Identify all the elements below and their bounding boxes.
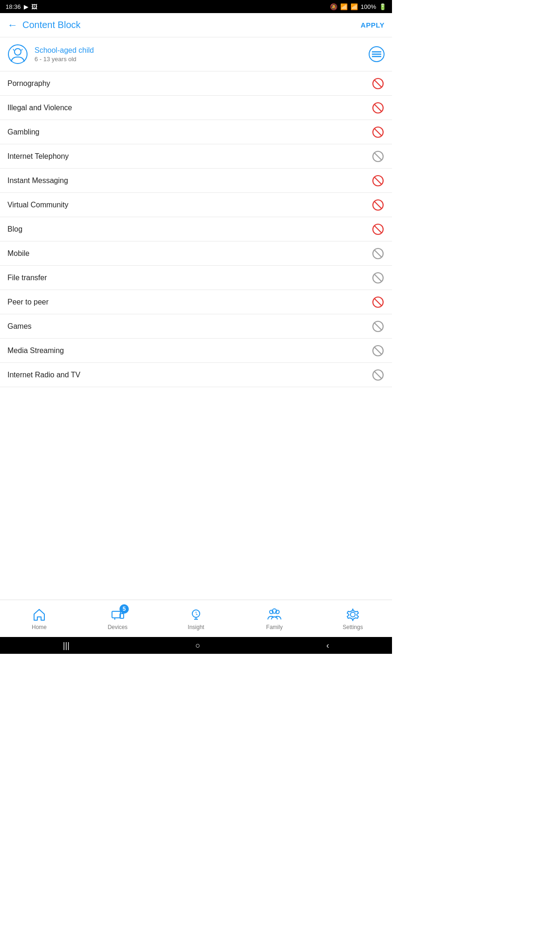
sys-back-button[interactable]: ‹ xyxy=(326,641,329,651)
nav-item-family[interactable]: Family xyxy=(256,607,293,630)
svg-line-16 xyxy=(375,177,382,184)
battery-icon: 🔋 xyxy=(379,3,386,10)
list-item-label: Virtual Community xyxy=(7,201,68,209)
inactive-icon xyxy=(371,271,385,284)
svg-line-14 xyxy=(375,153,382,160)
list-item[interactable]: Internet Telephony xyxy=(0,144,392,169)
nav-label-home: Home xyxy=(32,624,47,630)
list-item[interactable]: Games xyxy=(0,314,392,339)
sys-menu-button[interactable]: ||| xyxy=(63,641,70,651)
list-item[interactable]: Internet Radio and TV xyxy=(0,363,392,387)
list-item[interactable]: Pornography xyxy=(0,71,392,96)
list-item-label: Pornography xyxy=(7,79,50,88)
list-item-label: Illegal and Violence xyxy=(7,104,72,112)
list-item[interactable]: Media Streaming xyxy=(0,339,392,363)
blocked-icon xyxy=(371,223,385,236)
svg-line-8 xyxy=(375,80,382,87)
battery-level: 100% xyxy=(361,3,376,10)
signal-icon: 📶 xyxy=(350,3,358,10)
photos-icon: 🖼 xyxy=(31,3,37,10)
svg-line-20 xyxy=(375,226,382,233)
nav-item-insight[interactable]: Insight xyxy=(177,607,215,630)
home-icon xyxy=(32,607,47,622)
blocked-icon xyxy=(371,296,385,309)
list-item[interactable]: Peer to peer xyxy=(0,290,392,314)
inactive-icon xyxy=(371,150,385,163)
list-item[interactable]: Instant Messaging xyxy=(0,169,392,193)
wifi-icon: 📶 xyxy=(340,3,348,10)
svg-line-2 xyxy=(13,49,14,50)
list-item-label: Gambling xyxy=(7,128,39,136)
profile-name: School-aged child xyxy=(35,46,94,55)
family-icon xyxy=(267,607,282,622)
svg-line-18 xyxy=(375,201,382,208)
list-item-label: File transfer xyxy=(7,274,47,282)
avatar xyxy=(7,44,28,64)
inactive-icon xyxy=(371,344,385,357)
svg-line-32 xyxy=(375,371,382,378)
svg-point-1 xyxy=(14,49,21,55)
list-item-label: Internet Radio and TV xyxy=(7,371,80,379)
list-item-label: Games xyxy=(7,322,32,331)
blocked-icon xyxy=(371,77,385,90)
settings-icon xyxy=(345,607,360,622)
inactive-icon xyxy=(371,320,385,333)
inactive-icon xyxy=(371,247,385,260)
profile-age: 6 - 13 years old xyxy=(35,56,94,63)
list-item-label: Media Streaming xyxy=(7,347,64,355)
insight-icon xyxy=(189,607,203,622)
apply-button[interactable]: APPLY xyxy=(361,21,385,29)
list-item[interactable]: Illegal and Violence xyxy=(0,96,392,120)
content-list: Pornography Illegal and Violence Gamblin… xyxy=(0,71,392,600)
status-bar-left: 18:36 ▶ 🖼 xyxy=(6,3,37,10)
svg-line-26 xyxy=(375,298,382,305)
svg-line-3 xyxy=(21,49,22,50)
youtube-icon: ▶ xyxy=(24,3,28,10)
nav-label-family: Family xyxy=(266,624,282,630)
list-item-label: Peer to peer xyxy=(7,298,49,306)
nav-label-devices: Devices xyxy=(108,624,128,630)
list-item[interactable]: Virtual Community xyxy=(0,193,392,217)
svg-line-28 xyxy=(375,323,382,330)
nav-label-settings: Settings xyxy=(343,624,363,630)
list-item[interactable]: Mobile xyxy=(0,241,392,266)
svg-line-40 xyxy=(196,614,197,615)
list-item[interactable]: Gambling xyxy=(0,120,392,144)
list-item[interactable]: Blog xyxy=(0,217,392,241)
bottom-nav: Home 5 Devices Insight xyxy=(0,600,392,637)
profile-section: School-aged child 6 - 13 years old xyxy=(0,37,392,71)
svg-point-44 xyxy=(350,612,355,617)
mute-icon: 🔕 xyxy=(330,3,337,10)
list-item-label: Internet Telephony xyxy=(7,152,69,161)
blocked-icon xyxy=(371,126,385,139)
back-button[interactable]: ← xyxy=(7,19,18,31)
page-title: Content Block xyxy=(22,20,81,30)
system-nav: ||| ○ ‹ xyxy=(0,637,392,654)
nav-label-insight: Insight xyxy=(188,624,204,630)
svg-line-22 xyxy=(375,250,382,257)
top-nav: ← Content Block APPLY xyxy=(0,13,392,37)
list-item-label: Blog xyxy=(7,225,22,234)
svg-line-10 xyxy=(375,104,382,111)
sys-home-button[interactable]: ○ xyxy=(196,641,201,651)
nav-item-settings[interactable]: Settings xyxy=(334,607,371,630)
status-bar-right: 🔕 📶 📶 100% 🔋 xyxy=(330,3,386,10)
inactive-icon xyxy=(371,368,385,382)
svg-rect-33 xyxy=(112,611,120,618)
svg-line-30 xyxy=(375,347,382,354)
list-item[interactable]: File transfer xyxy=(0,266,392,290)
blocked-icon xyxy=(371,198,385,212)
nav-item-home[interactable]: Home xyxy=(21,607,58,630)
svg-line-12 xyxy=(375,128,382,135)
status-time: 18:36 xyxy=(6,3,21,10)
devices-icon: 5 xyxy=(110,607,125,622)
list-item-label: Instant Messaging xyxy=(7,177,68,185)
blocked-icon xyxy=(371,174,385,187)
list-item-label: Mobile xyxy=(7,249,29,258)
profile-menu-button[interactable] xyxy=(369,46,385,62)
devices-badge: 5 xyxy=(119,604,129,614)
svg-line-24 xyxy=(375,274,382,281)
nav-item-devices[interactable]: 5 Devices xyxy=(99,607,136,630)
status-bar: 18:36 ▶ 🖼 🔕 📶 📶 100% 🔋 xyxy=(0,0,392,13)
blocked-icon xyxy=(371,101,385,114)
